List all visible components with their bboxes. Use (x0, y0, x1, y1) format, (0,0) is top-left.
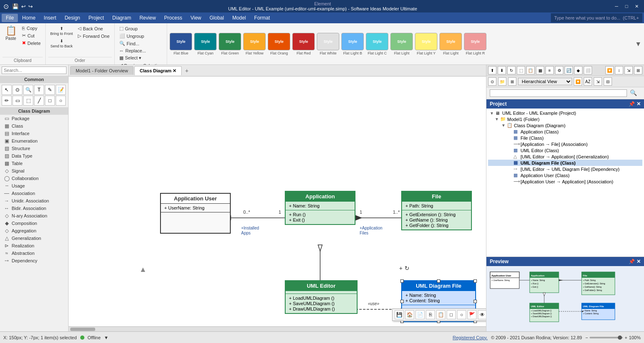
style-swatch-9[interactable]: Style (390, 33, 413, 50)
rp-btn-3[interactable]: ↻ (507, 66, 516, 74)
panel-item-package[interactable]: ▭ Package (0, 115, 68, 122)
uml-class-application[interactable]: Application + Name: String + Run () + Ex… (285, 191, 355, 225)
ct-circle-btn[interactable]: ○ (457, 310, 466, 319)
zoom-thumb[interactable] (618, 336, 622, 340)
tree-item-file-class[interactable]: ▦ File (Class) (488, 135, 642, 141)
panel-item-signal[interactable]: ◇ Signal (0, 167, 68, 175)
panel-item-generalization[interactable]: △ Generalization (0, 234, 68, 242)
style-btn-12[interactable]: Style Flat Light R (464, 33, 487, 55)
panel-item-interface[interactable]: ▤ Interface (0, 130, 68, 137)
styles-scroll-down[interactable]: ▼ (635, 40, 642, 48)
tree-item-app-user-assoc[interactable]: ⟶ [Application User → Application] (Asso… (488, 178, 642, 185)
style-swatch-1[interactable]: Style (194, 33, 217, 50)
tree-item-uml-gen[interactable]: △ [UML Editor → Application] (Generaliza… (488, 153, 642, 160)
undo-icon[interactable]: ↩ (21, 3, 26, 10)
panel-item-usage[interactable]: ╌ Usage (0, 182, 68, 190)
style-swatch-2[interactable]: Style (219, 33, 241, 50)
style-swatch-5[interactable]: Style (292, 33, 315, 50)
tree-item-model1[interactable]: ▼ 📁 Model1 (Folder) (488, 116, 642, 122)
ct-note-btn[interactable]: 📄 (415, 310, 424, 319)
scroll-thumb[interactable] (70, 328, 95, 331)
rp-btn-6[interactable]: ▦ (536, 66, 544, 74)
ribbon-search-input[interactable] (551, 13, 642, 22)
close-button[interactable]: ✕ (632, 2, 641, 10)
tab-class-diagram[interactable]: Class Diagram ✕ (134, 66, 182, 75)
rp-sort-btn[interactable]: ↕ (615, 66, 623, 74)
minimize-button[interactable]: ─ (612, 2, 621, 10)
group-tool[interactable]: ⬚ (23, 96, 33, 106)
panel-item-association[interactable]: — Association (0, 190, 68, 197)
zoom-tool[interactable]: 🔍 (23, 85, 33, 95)
tree-item-uml-dep[interactable]: ⤍ [UML Editor → UML Diagram File] (Depen… (488, 166, 642, 172)
tab-model1[interactable]: Model1 - Folder Overview (70, 66, 133, 75)
style-btn-6[interactable]: Style Flat White (317, 33, 340, 55)
style-btn-7[interactable]: Style Flat Light B (341, 33, 364, 55)
rp-expand2-btn[interactable]: ⇲ (594, 77, 602, 86)
rp-btn-10[interactable]: ◆ (574, 66, 582, 74)
style-btn-5[interactable]: Style Flat Red (292, 33, 315, 55)
tree-item-uml-editor-class[interactable]: ▦ UML Editor (Class) (488, 147, 642, 153)
rp-btn-2[interactable]: ⬇ (498, 66, 506, 74)
style-btn-4[interactable]: Style Flat Orang (268, 33, 291, 55)
rp-btn-11[interactable]: ⬜ (584, 66, 592, 74)
rp-expand-btn[interactable]: ⇲ (624, 66, 633, 74)
menu-diagram[interactable]: Diagram (108, 14, 135, 22)
handle-tr[interactable] (474, 279, 477, 283)
line-tool[interactable]: ╱ (34, 96, 44, 106)
panel-item-composition[interactable]: ◆ Composition (0, 220, 68, 227)
uml-class-file[interactable]: File + Path: String + GetExtension (): S… (401, 191, 472, 230)
rp-btn-8[interactable]: ⚙ (555, 66, 563, 74)
ct-flag2-btn[interactable]: 🚩 (467, 310, 476, 319)
panel-item-table[interactable]: ▩ Table (0, 160, 68, 167)
rp-btn-7[interactable]: ≡ (545, 66, 554, 74)
preview-pin-icon[interactable]: 📌 (629, 259, 635, 264)
project-close-icon[interactable]: ✕ (637, 101, 641, 107)
style-btn-8[interactable]: Style Flat Light C (366, 33, 389, 55)
menu-model[interactable]: Model (228, 14, 250, 22)
back-one-button[interactable]: ◁ Back One (76, 25, 111, 32)
cut-button[interactable]: ✂ Cut (20, 32, 43, 39)
panel-item-class[interactable]: ▦ Class (0, 122, 68, 130)
uml-class-application-user[interactable]: Application User + UserName: String (160, 193, 231, 234)
tree-item-application-class[interactable]: ▦ Application (Class) (488, 128, 642, 135)
maximize-button[interactable]: □ (622, 2, 631, 10)
rp-az-btn[interactable]: AZ (584, 77, 592, 86)
bring-to-front-button[interactable]: ⬆ Bring to Front (48, 25, 75, 37)
rp-btn-1[interactable]: ⬆ (488, 66, 496, 74)
style-swatch-7[interactable]: Style (341, 33, 364, 50)
menu-insert[interactable]: Insert (39, 14, 60, 22)
ct-flag-btn[interactable]: 🏠 (405, 310, 414, 319)
style-swatch-3[interactable]: Style (243, 33, 266, 50)
zoom-slider[interactable] (590, 337, 623, 338)
menu-home[interactable]: Home (18, 14, 39, 22)
zoom-out-button[interactable]: − (585, 335, 588, 340)
add-tab-button[interactable]: + (183, 67, 191, 75)
menu-design[interactable]: Design (60, 14, 84, 22)
delete-button[interactable]: ✖ Delete (20, 39, 43, 47)
menu-view[interactable]: View (186, 14, 205, 22)
canvas-scrollbar-horizontal[interactable] (69, 326, 486, 331)
panel-item-structure[interactable]: ▧ Structure (0, 145, 68, 152)
pen-tool[interactable]: ✏ (2, 96, 12, 106)
style-btn-9[interactable]: Style Flat Light (390, 33, 413, 55)
style-btn-2[interactable]: Style Flat Green (219, 33, 242, 55)
menu-file[interactable]: File (2, 14, 18, 22)
rp-filter2-btn[interactable]: 🔽 (574, 77, 582, 86)
uml-class-uml-editor[interactable]: UML Editor + LoadUMLDiagram () + SaveUML… (285, 280, 358, 314)
rp-collapse-btn[interactable]: ⊟ (604, 77, 612, 86)
group-button[interactable]: ⬚ Group (117, 25, 164, 32)
panel-item-realization[interactable]: ⊳ Realization (0, 242, 68, 249)
style-swatch-6[interactable]: Style (317, 33, 339, 50)
ct-rect-btn[interactable]: □ (447, 310, 456, 319)
ct-save-btn[interactable]: 💾 (395, 310, 404, 319)
panel-search-input[interactable] (2, 67, 67, 74)
tree-item-uml-diagram-file-class[interactable]: ▦ UML Diagram File (Class) (488, 160, 642, 166)
menu-review[interactable]: Review (135, 14, 160, 22)
rect-tool[interactable]: □ (45, 96, 55, 106)
panel-item-aggregation[interactable]: ◇ Aggregation (0, 227, 68, 234)
rp-btn-9[interactable]: 🔃 (565, 66, 573, 74)
select-tool[interactable]: ↖ (2, 85, 12, 95)
panel-item-n-ary-association[interactable]: ◇ N-ary Association (0, 212, 68, 220)
panel-item-enumeration[interactable]: ▣ Enumeration (0, 137, 68, 145)
rp-grid-icon[interactable]: ⊞ (508, 77, 516, 86)
